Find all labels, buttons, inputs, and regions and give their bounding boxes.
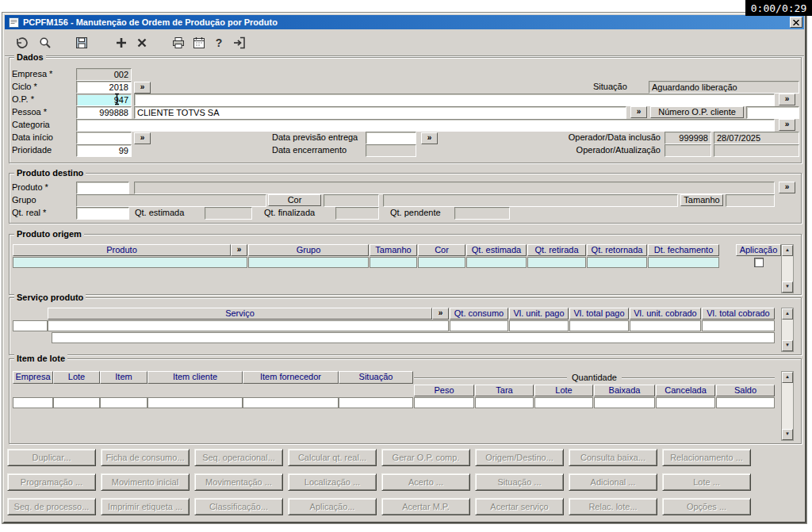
servico-lookup-button[interactable]: »: [432, 308, 449, 320]
data-inicio-field[interactable]: [76, 132, 132, 144]
qt-finalizada-field[interactable]: [335, 207, 379, 220]
delete-icon[interactable]: [132, 33, 151, 52]
btn-seq-operacional[interactable]: Seq. operacional...: [194, 449, 283, 466]
grid-cell-vl-unit-pago[interactable]: [509, 320, 569, 331]
scroll-down-button[interactable]: ▼: [782, 340, 793, 351]
col-header-cor[interactable]: Cor: [418, 244, 465, 256]
col-header-qt-consumo[interactable]: Qt. consumo: [450, 308, 508, 320]
undo-icon[interactable]: [12, 33, 31, 52]
close-button[interactable]: [790, 17, 802, 28]
grid-cell-qt-estimada[interactable]: [466, 257, 527, 268]
col-header-qt-estimada[interactable]: Qt. estimada: [466, 244, 527, 256]
scroll-up-button[interactable]: ▲: [782, 245, 793, 256]
produto-codigo-field[interactable]: [76, 182, 129, 194]
col-header-situacao[interactable]: Situação: [339, 371, 413, 384]
grid-cell-qt-retirada[interactable]: [527, 257, 586, 268]
scroll-down-button[interactable]: ▼: [782, 281, 793, 293]
btn-lote[interactable]: Lote ...: [662, 473, 751, 491]
produto-lookup-button[interactable]: »: [779, 182, 795, 193]
col-header-servico[interactable]: Serviço: [48, 308, 432, 320]
col-header-vl-total-cobrado[interactable]: Vl. total cobrado: [702, 308, 775, 320]
grid-cell-qt-retornada[interactable]: [587, 257, 647, 268]
btn-movimentacao[interactable]: Movimentação ...: [194, 473, 283, 491]
pessoa-lookup-button[interactable]: »: [630, 106, 647, 118]
categoria-lookup-button[interactable]: »: [779, 119, 795, 131]
grid-cell-tamanho[interactable]: [370, 257, 417, 268]
grid-cell-qt-consumo[interactable]: [450, 320, 508, 331]
scroll-down-button[interactable]: ▼: [782, 429, 793, 440]
btn-origem-destino[interactable]: Origem/Destino...: [475, 449, 564, 466]
grid-cell-vl-unit-cobrado[interactable]: [630, 320, 701, 331]
btn-relac-lote[interactable]: Relac. lote...: [569, 498, 657, 515]
print-icon[interactable]: [169, 33, 188, 52]
col-header-item[interactable]: Item: [100, 371, 147, 384]
titlebar[interactable]: PCPFM156 - Manutenção de Ordem de Produç…: [5, 15, 804, 29]
btn-acertar-servico[interactable]: Acertar serviço: [475, 498, 564, 515]
save-icon[interactable]: [72, 33, 91, 52]
grid-cell-vl-total-pago[interactable]: [569, 320, 629, 331]
btn-ficha-consumo[interactable]: Ficha de consumo...: [101, 449, 190, 466]
grid-cell-servico-codigo[interactable]: [13, 320, 48, 331]
op-field[interactable]: 947: [76, 94, 132, 106]
data-inclusao-field[interactable]: 28/07/2025: [714, 132, 799, 144]
col-header-baixada[interactable]: Baixada: [594, 385, 655, 396]
item-de-lote-scrollbar[interactable]: ▲ ▼: [781, 371, 794, 441]
col-header-lote-qtd[interactable]: Lote: [534, 385, 593, 396]
calendar-icon[interactable]: [190, 33, 209, 52]
prioridade-field[interactable]: 99: [76, 144, 132, 157]
scroll-track[interactable]: [782, 320, 793, 340]
data-atualizacao-field[interactable]: [714, 144, 799, 157]
col-header-qt-retirada[interactable]: Qt. retirada: [527, 244, 586, 256]
operador-inclusao-field[interactable]: 999998: [665, 132, 711, 144]
produto-origem-lookup-button[interactable]: »: [231, 244, 247, 256]
exit-icon[interactable]: [230, 33, 249, 52]
grid-cell-lote[interactable]: [53, 397, 100, 408]
help-icon[interactable]: ?: [209, 33, 228, 52]
grid-cell-tara[interactable]: [475, 397, 534, 408]
grid-cell-vl-total-cobrado[interactable]: [702, 320, 775, 331]
pessoa-field[interactable]: 999888: [76, 106, 132, 119]
grid-cell-situacao[interactable]: [339, 397, 413, 408]
scroll-track[interactable]: [782, 383, 793, 429]
grid-cell-dt-fechamento[interactable]: [648, 257, 719, 268]
col-header-empresa[interactable]: Empresa: [13, 371, 53, 384]
btn-consulta-baixa[interactable]: Consulta baixa...: [569, 449, 657, 466]
col-header-cancelada[interactable]: Cancelada: [656, 385, 715, 396]
aplicacao-checkbox[interactable]: [754, 258, 764, 267]
grid-cell-servico[interactable]: [48, 320, 449, 331]
empresa-field[interactable]: 002: [76, 68, 132, 81]
btn-seq-processo[interactable]: Seq. de processo...: [7, 498, 96, 515]
scroll-up-button[interactable]: ▲: [782, 308, 793, 320]
grid-cell-cor[interactable]: [418, 257, 465, 268]
grid-cell-item[interactable]: [100, 397, 147, 408]
grid-cell-baixada[interactable]: [594, 397, 655, 408]
col-header-tara[interactable]: Tara: [475, 385, 534, 396]
col-header-dt-fechamento[interactable]: Dt. fechamento: [648, 244, 719, 256]
btn-acertar-mp[interactable]: Acertar M.P.: [381, 498, 470, 515]
btn-imprimir-etiqueta[interactable]: Imprimir etiqueta ...: [101, 498, 190, 515]
grid-cell-item-fornecedor[interactable]: [243, 397, 339, 408]
col-header-item-cliente[interactable]: Item cliente: [147, 371, 243, 384]
qt-real-field[interactable]: [76, 207, 129, 220]
grupo-field[interactable]: [76, 194, 266, 207]
op-descricao-field[interactable]: [134, 94, 775, 106]
produto-origem-scrollbar[interactable]: ▲ ▼: [781, 244, 794, 293]
col-header-grupo[interactable]: Grupo: [248, 244, 369, 256]
operador-atualizacao-field[interactable]: [665, 144, 711, 157]
add-icon[interactable]: [112, 33, 131, 52]
cor-field[interactable]: [324, 194, 379, 207]
grid-cell-saldo[interactable]: [716, 397, 775, 408]
btn-movimento-inicial[interactable]: Movimento inicial: [101, 473, 190, 491]
scroll-up-button[interactable]: ▲: [782, 372, 793, 383]
grid-cell-lote-qtd[interactable]: [534, 397, 593, 408]
qt-pendente-field[interactable]: [454, 207, 510, 220]
produto-descricao-field[interactable]: [134, 182, 775, 194]
col-header-vl-total-pago[interactable]: Vl. total pago: [569, 308, 629, 320]
col-header-produto[interactable]: Produto: [13, 244, 231, 256]
btn-situacao[interactable]: Situação ...: [475, 473, 564, 491]
btn-calcular-qt-real[interactable]: Calcular qt. real...: [288, 449, 377, 466]
search-icon[interactable]: [36, 33, 55, 52]
col-header-qt-retornada[interactable]: Qt. retornada: [587, 244, 647, 256]
btn-aplicacao[interactable]: Aplicação...: [288, 498, 377, 515]
btn-acerto[interactable]: Acerto ...: [381, 473, 470, 491]
